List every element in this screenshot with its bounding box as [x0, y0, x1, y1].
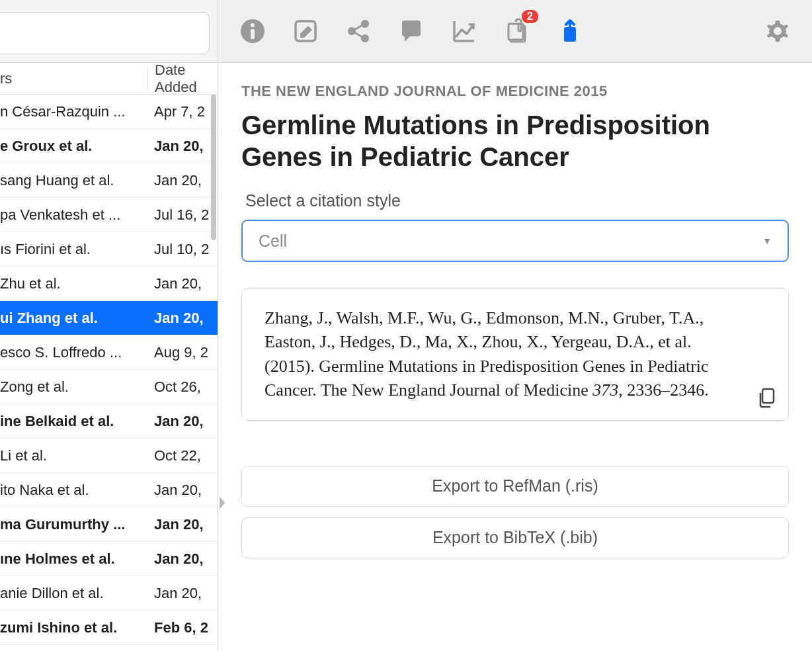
row-date: Oct 22,	[147, 447, 218, 464]
row-authors: esco S. Loffredo ...	[0, 344, 147, 361]
citation-style-select[interactable]: Cell ▼	[241, 220, 789, 262]
stats-icon[interactable]	[450, 17, 479, 46]
svg-point-1	[251, 23, 255, 27]
row-date: Jan 20,	[147, 482, 218, 499]
row-authors: Zhu et al.	[0, 275, 147, 292]
row-date: Jul 16, 2	[147, 206, 218, 224]
reference-list-pane: rs Date Added n César-Razquin ...Apr 7, …	[0, 0, 218, 651]
export-ris-button[interactable]: Export to RefMan (.ris)	[241, 466, 789, 507]
list-row[interactable]: zumi Ishino et al.Feb 6, 2	[0, 611, 218, 645]
attachment-badge: 2	[522, 10, 538, 23]
row-date: Jan 20,	[147, 310, 218, 327]
citation-volume: 373	[592, 380, 618, 400]
row-authors: ıne Holmes et al.	[0, 550, 147, 568]
detail-pane: 2 THE NEW ENGLAND JOURNAL OF MEDICINE 20…	[218, 0, 812, 651]
row-date: Jan 20,	[147, 275, 218, 292]
search-area	[0, 0, 218, 63]
row-authors: Zong et al.	[0, 378, 147, 396]
list-row[interactable]: anie Dillon et al.Jan 20,	[0, 576, 218, 611]
column-header-date-added[interactable]: Date Added	[147, 67, 218, 91]
citation-style-value: Cell	[259, 232, 287, 251]
share-icon[interactable]	[344, 17, 373, 46]
row-date: Jan 20,	[147, 413, 218, 430]
svg-point-5	[361, 20, 369, 28]
list-row[interactable]: ıs Fiorini et al.Jul 10, 2	[0, 232, 218, 267]
row-authors: ui Zhang et al.	[0, 310, 147, 327]
edit-icon[interactable]	[291, 17, 320, 46]
row-date: Aug 9, 2	[147, 344, 218, 361]
list-header: rs Date Added	[0, 63, 218, 95]
row-authors: e Groux et al.	[0, 138, 147, 155]
info-icon[interactable]	[238, 17, 267, 46]
row-authors: ine Belkaid et al.	[0, 413, 147, 430]
row-date: Jul 10, 2	[147, 241, 218, 258]
svg-point-4	[348, 27, 356, 35]
row-authors: pa Venkatesh et ...	[0, 206, 147, 224]
list-row[interactable]: ıne Holmes et al.Jan 20,	[0, 542, 218, 576]
row-authors: ma Gurumurthy ...	[0, 516, 147, 533]
list-row[interactable]: e Groux et al.Jan 20,	[0, 129, 218, 163]
svg-point-6	[361, 34, 369, 42]
row-date: Jan 20,	[147, 172, 218, 189]
toolbar: 2	[218, 0, 812, 63]
column-header-authors[interactable]: rs	[0, 70, 147, 87]
list-row[interactable]: esco S. Loffredo ...Aug 9, 2	[0, 335, 218, 370]
list-row[interactable]: pa Venkatesh et ...Jul 16, 2	[0, 198, 218, 232]
collapse-handle-icon[interactable]	[217, 494, 229, 517]
list-row[interactable]: Zhu et al.Jan 20,	[0, 267, 218, 301]
list-row[interactable]: Li et al.Oct 22,	[0, 439, 218, 473]
list-row[interactable]: ine Belkaid et al.Jan 20,	[0, 404, 218, 439]
list-row[interactable]: ma Gurumurthy ...Jan 20,	[0, 507, 218, 542]
row-authors: sang Huang et al.	[0, 172, 147, 189]
row-authors: Li et al.	[0, 447, 147, 464]
citation-text-post: , 2336–2346.	[618, 380, 709, 400]
row-authors: anie Dillon et al.	[0, 585, 147, 602]
journal-year: THE NEW ENGLAND JOURNAL OF MEDICINE 2015	[241, 83, 789, 100]
row-authors: zumi Ishino et al.	[0, 619, 147, 636]
settings-gear-icon[interactable]	[763, 17, 792, 46]
export-bib-button[interactable]: Export to BibTeX (.bib)	[241, 517, 789, 558]
row-date: Jan 20,	[147, 585, 218, 602]
row-authors: n César-Razquin ...	[0, 103, 147, 120]
detail-body: THE NEW ENGLAND JOURNAL OF MEDICINE 2015…	[218, 63, 812, 651]
row-date: Jan 20,	[147, 138, 218, 155]
list-row[interactable]: ui Zhang et al.Jan 20,	[0, 301, 218, 335]
paper-title: Germline Mutations in Predisposition Gen…	[241, 109, 789, 173]
list-row[interactable]: sang Huang et al.Jan 20,	[0, 163, 218, 198]
svg-rect-12	[762, 389, 774, 403]
scrollbar-thumb[interactable]	[211, 95, 216, 240]
row-date: Jan 20,	[147, 516, 218, 533]
list-row[interactable]: n César-Razquin ...Apr 7, 2	[0, 95, 218, 129]
list-row[interactable]: ito Naka et al.Jan 20,	[0, 473, 218, 507]
row-date: Oct 26,	[147, 378, 218, 396]
row-authors: ıs Fiorini et al.	[0, 241, 147, 258]
list-body: n César-Razquin ...Apr 7, 2e Groux et al…	[0, 95, 218, 651]
citation-style-label: Select a citation style	[245, 191, 789, 210]
export-icon[interactable]	[555, 17, 585, 46]
dropdown-arrow-icon: ▼	[762, 236, 772, 246]
row-date: Apr 7, 2	[147, 103, 218, 120]
citation-preview: Zhang, J., Walsh, M.F., Wu, G., Edmonson…	[241, 288, 789, 421]
svg-line-7	[354, 25, 362, 30]
copy-icon[interactable]	[756, 387, 776, 408]
attachment-icon[interactable]: 2	[503, 17, 532, 46]
svg-rect-2	[251, 29, 255, 39]
row-date: Feb 6, 2	[147, 619, 218, 636]
row-authors: ito Naka et al.	[0, 482, 147, 499]
row-date: Jan 20,	[147, 550, 218, 568]
comment-icon[interactable]	[397, 17, 426, 46]
search-input[interactable]	[0, 12, 210, 54]
list-row[interactable]: Zong et al.Oct 26,	[0, 370, 218, 404]
svg-line-8	[354, 32, 362, 37]
